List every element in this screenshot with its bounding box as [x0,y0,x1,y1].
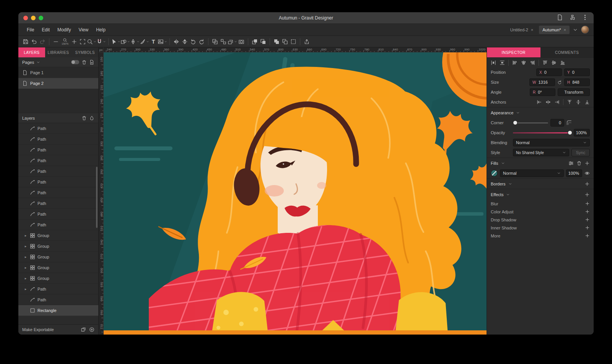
anchor-bottom-icon[interactable] [584,99,590,105]
corner-slider[interactable] [513,122,548,123]
layer-row[interactable]: Path [18,209,98,219]
fullscreen-window-button[interactable] [39,16,43,20]
position-x-field[interactable]: X 0 [536,68,562,76]
add-drop-shadow-icon[interactable] [585,217,590,222]
horizontal-ruler[interactable]: 2402703003303603904204504805105405706006… [104,47,487,52]
opacity-value-field[interactable]: 100% [574,129,590,136]
vertical-ruler[interactable]: 1501802102402703003303603904204504805105… [99,52,104,335]
layer-row[interactable]: Path [18,166,98,177]
corner-options-icon[interactable] [566,120,572,125]
layers-scrollbar[interactable] [96,167,98,228]
sync-style-button[interactable]: Sync [571,149,590,156]
trash-icon[interactable] [81,115,87,121]
pen-tool-button[interactable] [130,37,140,46]
pages-toggle[interactable] [71,60,79,64]
export-slice-icon[interactable] [81,327,86,332]
zoom-in-button[interactable] [70,37,78,46]
group-button[interactable] [211,37,219,46]
size-w-field[interactable]: W 1316 [529,78,555,86]
appearance-header[interactable]: Appearance [487,107,594,118]
add-effect-icon[interactable] [584,192,590,197]
tab-layers[interactable]: LAYERS [18,47,45,57]
knife-tool-button[interactable] [140,37,149,46]
add-blur-icon[interactable] [585,201,590,206]
blending-select[interactable]: Normal [513,139,590,146]
page-row[interactable]: Page 2 [18,78,98,89]
zoom-out-button[interactable] [52,37,60,46]
align-bottom-icon[interactable] [560,60,565,65]
menu-view[interactable]: View [75,27,92,32]
fill-options-icon[interactable] [568,161,574,166]
trash-icon[interactable] [81,60,87,65]
position-y-field[interactable]: Y 0 [564,68,590,76]
tab-symbols[interactable]: SYMBOLS [72,47,98,57]
align-center-horizontal-icon[interactable] [521,60,526,65]
expand-arrow-icon[interactable]: ▸ [24,276,28,280]
zoom-mode-button[interactable] [87,37,96,46]
text-tool-button[interactable]: T [149,37,158,46]
redo-button[interactable] [38,37,47,46]
effect-item-color-adjust[interactable]: Color Adjust [487,208,594,216]
make-exportable-row[interactable]: Make Exportable [18,324,98,335]
boolean-union-button[interactable] [272,37,281,46]
flip-horizontal-button[interactable] [172,37,181,46]
canvas-viewport[interactable] [104,52,487,335]
zoom-fit-button[interactable] [78,37,87,46]
rotate-ccw-button[interactable] [189,37,197,46]
fills-header[interactable]: Fills [487,158,594,168]
fill-visibility-icon[interactable] [584,171,590,176]
send-backward-button[interactable] [259,37,267,46]
transform-button[interactable]: Transform [558,88,590,96]
align-top-icon[interactable] [542,60,548,65]
chevron-down-icon[interactable] [36,60,40,64]
zoom-tool-button[interactable]: 150% [60,38,70,45]
tab-comments[interactable]: COMMENTS [540,47,594,57]
effect-item-blur[interactable]: Blur [487,200,594,208]
bring-forward-button[interactable] [251,37,259,46]
rotate-cw-button[interactable] [197,37,206,46]
align-right-icon[interactable] [530,60,535,65]
add-color-adjust-icon[interactable] [585,209,590,214]
expand-arrow-icon[interactable]: ▸ [24,266,28,270]
layer-row[interactable]: ▸Group [18,230,98,241]
distribute-vertical-icon[interactable] [500,60,505,65]
trash-icon[interactable] [576,161,582,166]
extension-icon[interactable] [569,14,576,21]
style-select[interactable]: No Shared Style [513,149,569,156]
arrange-button[interactable] [228,37,237,46]
ungroup-button[interactable] [219,37,228,46]
layer-row[interactable]: ▸Group [18,252,98,262]
layer-row[interactable]: ▸Group [18,262,98,273]
layer-row[interactable]: Path [18,145,98,155]
expand-arrow-icon[interactable]: ▸ [24,234,28,237]
save-button[interactable] [21,37,30,46]
layer-row[interactable]: Path [18,198,98,209]
add-more-icon[interactable] [585,233,590,238]
tab-libraries[interactable]: LIBRARIES [45,47,72,57]
layer-row[interactable]: ▸Path [18,284,98,294]
opacity-slider-knob[interactable] [568,130,572,135]
more-menu-icon[interactable] [582,14,588,21]
fill-opacity-field[interactable]: 100% [566,169,582,177]
fill-blend-select[interactable]: Normal [500,169,564,177]
image-tool-button[interactable] [158,37,167,46]
borders-header[interactable]: Borders [487,178,594,189]
layer-row[interactable]: Path [18,134,98,145]
menu-edit[interactable]: Edit [38,27,54,32]
close-tab-icon[interactable]: × [531,28,533,32]
menu-file[interactable]: File [23,27,38,32]
doc-tab-untitled-2[interactable]: Untitled-2× [507,26,537,34]
layer-row[interactable]: Path [18,294,98,305]
doc-tab-autumun-[interactable]: Autumun*× [539,26,570,34]
anchor-center-icon[interactable] [545,99,551,105]
select-tool-button[interactable] [111,37,120,46]
opacity-slider[interactable] [513,132,571,133]
tab-inspector[interactable]: INSPECTOR [487,47,540,57]
document-icon[interactable] [557,14,563,21]
link-dimensions-icon[interactable] [557,80,562,84]
size-h-field[interactable]: H 848 [564,78,590,86]
anchor-middle-icon[interactable] [576,99,581,105]
effects-header[interactable]: Effects [487,189,594,200]
shape-tool-button[interactable] [120,37,130,46]
close-window-button[interactable] [23,16,28,20]
